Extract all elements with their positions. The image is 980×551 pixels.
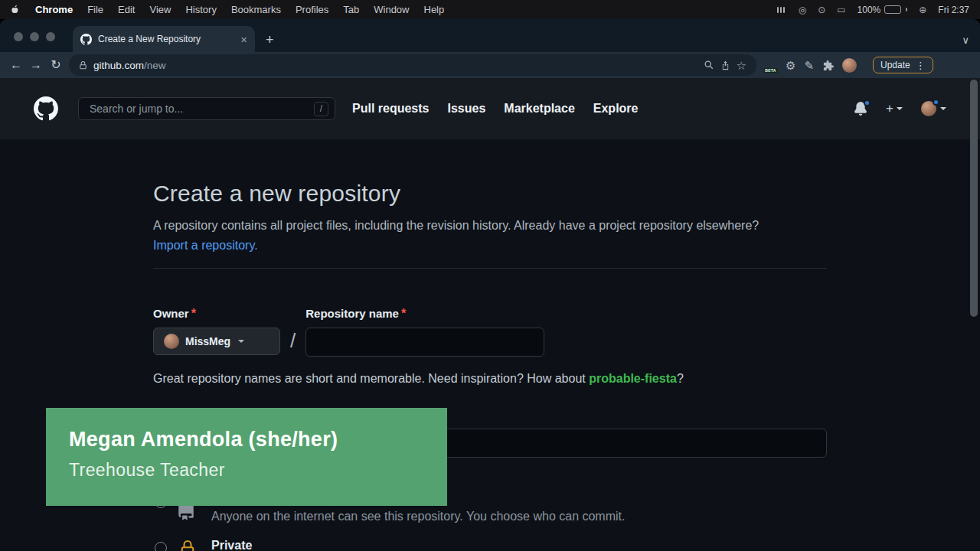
owner-name: MissMeg xyxy=(185,335,230,347)
repo-name-hint: Great repository names are short and mem… xyxy=(153,372,827,386)
lower-third-card: Megan Amendola (she/her) Treehouse Teach… xyxy=(46,408,447,506)
tab-close-icon[interactable]: × xyxy=(240,34,247,45)
nav-issues[interactable]: Issues xyxy=(447,102,485,116)
required-asterisk: * xyxy=(191,307,196,320)
menu-chrome[interactable]: Chrome xyxy=(35,4,73,15)
private-label: Private xyxy=(211,539,252,551)
github-logo-icon[interactable] xyxy=(34,96,58,121)
battery-status[interactable]: 100% xyxy=(858,5,908,15)
repo-name-field: Repository name* xyxy=(305,307,544,357)
menu-window[interactable]: Window xyxy=(374,4,409,15)
reload-button[interactable]: ↻ xyxy=(46,59,66,71)
zoom-icon[interactable] xyxy=(704,60,714,70)
caret-down-icon xyxy=(940,107,946,110)
notifications-bell-icon[interactable] xyxy=(854,102,867,116)
lock-icon[interactable] xyxy=(79,61,87,70)
new-tab-button[interactable]: + xyxy=(266,33,274,47)
menu-help[interactable]: Help xyxy=(424,4,445,15)
display-icon[interactable]: ▭ xyxy=(837,5,845,15)
nav-pull-requests[interactable]: Pull requests xyxy=(352,102,429,116)
public-description: Anyone on the internet can see this repo… xyxy=(211,510,625,523)
avatar-notification-dot xyxy=(933,99,939,106)
caret-down-icon xyxy=(897,107,903,110)
stage-manager-icon[interactable] xyxy=(776,5,787,15)
editor-extension-icon[interactable]: ✎ xyxy=(804,60,814,71)
owner-repo-separator: / xyxy=(290,329,296,357)
share-icon[interactable] xyxy=(720,60,730,71)
owner-label: Owner xyxy=(153,307,189,320)
menu-tab[interactable]: Tab xyxy=(343,4,359,15)
menu-view[interactable]: View xyxy=(149,4,171,15)
page-title: Create a new repository xyxy=(153,181,827,207)
suggested-repo-name[interactable]: probable-fiesta xyxy=(589,372,677,385)
presenter-role: Treehouse Teacher xyxy=(69,460,447,481)
url-path: /new xyxy=(144,60,166,71)
private-radio[interactable] xyxy=(155,542,167,551)
battery-percent: 100% xyxy=(858,5,881,15)
settings-extension-icon[interactable]: ⚙ xyxy=(786,60,795,71)
page-subtitle: A repository contains all project files,… xyxy=(153,216,789,256)
notification-dot xyxy=(864,99,871,106)
tab-strip: Create a New Repository × + ∨ xyxy=(0,19,980,52)
scrollbar[interactable] xyxy=(970,80,978,317)
owner-select-button[interactable]: MissMeg xyxy=(153,328,280,355)
import-repository-link[interactable]: Import a repository. xyxy=(153,239,258,252)
menu-history[interactable]: History xyxy=(185,4,216,15)
macos-menubar: Chrome File Edit View History Bookmarks … xyxy=(0,0,980,19)
zoom-window-button[interactable] xyxy=(46,32,55,41)
control-center-icon[interactable]: ⊙ xyxy=(818,5,825,15)
caret-down-icon xyxy=(238,340,244,343)
required-asterisk: * xyxy=(401,307,406,320)
github-header: / Pull requests Issues Marketplace Explo… xyxy=(0,78,980,139)
forward-button[interactable]: → xyxy=(26,59,46,71)
github-search-box[interactable]: / xyxy=(78,97,335,120)
tab-search-chevron-icon[interactable]: ∨ xyxy=(962,35,969,45)
presenter-name: Megan Amendola (she/her) xyxy=(69,428,447,452)
github-favicon xyxy=(80,34,92,45)
menu-bookmarks[interactable]: Bookmarks xyxy=(231,4,281,15)
menu-profiles[interactable]: Profiles xyxy=(296,4,328,15)
slash-shortcut-key: / xyxy=(314,102,328,116)
window-controls xyxy=(14,32,55,41)
bookmark-star-icon[interactable]: ☆ xyxy=(737,60,746,71)
tab-title: Create a New Repository xyxy=(98,34,234,44)
back-button[interactable]: ← xyxy=(6,59,26,71)
github-nav: Pull requests Issues Marketplace Explore xyxy=(352,102,638,116)
owner-field: Owner* MissMeg xyxy=(153,307,280,355)
nav-explore[interactable]: Explore xyxy=(593,102,639,116)
beta-extension-icon[interactable]: BETA xyxy=(764,59,777,72)
browser-toolbar: ← → ↻ github.com/new ☆ xyxy=(0,52,980,78)
extensions-area: BETA ⚙ ✎ Update ⋮ xyxy=(764,57,933,73)
nav-marketplace[interactable]: Marketplace xyxy=(504,102,575,116)
apple-menu-icon[interactable] xyxy=(11,4,21,15)
minimize-window-button[interactable] xyxy=(30,32,39,41)
owner-avatar xyxy=(164,334,179,349)
battery-icon xyxy=(884,5,901,14)
update-chrome-button[interactable]: Update ⋮ xyxy=(873,57,933,73)
url-host: github.com xyxy=(93,60,144,71)
profile-menu[interactable] xyxy=(921,101,946,116)
menubar-clock[interactable]: Fri 2:37 xyxy=(938,5,969,15)
screen-record-icon[interactable]: ◎ xyxy=(799,5,806,15)
menu-edit[interactable]: Edit xyxy=(118,4,135,15)
private-lock-icon xyxy=(179,540,196,551)
address-bar[interactable]: github.com/new ☆ xyxy=(69,54,756,76)
puzzle-extensions-icon[interactable] xyxy=(822,60,834,71)
browser-profile-avatar[interactable] xyxy=(842,58,857,73)
repo-name-label: Repository name xyxy=(305,307,399,320)
menu-file[interactable]: File xyxy=(87,4,103,15)
repository-name-input[interactable] xyxy=(305,328,544,357)
section-divider xyxy=(153,268,827,269)
screen: Chrome File Edit View History Bookmarks … xyxy=(0,0,980,551)
fast-user-switch-icon[interactable]: ⊕ xyxy=(919,5,926,15)
create-new-menu[interactable]: + xyxy=(886,101,903,116)
browser-menu-icon[interactable]: ⋮ xyxy=(916,60,926,71)
search-input[interactable] xyxy=(88,102,314,116)
close-window-button[interactable] xyxy=(14,32,23,41)
browser-tab[interactable]: Create a New Repository × xyxy=(73,26,255,52)
